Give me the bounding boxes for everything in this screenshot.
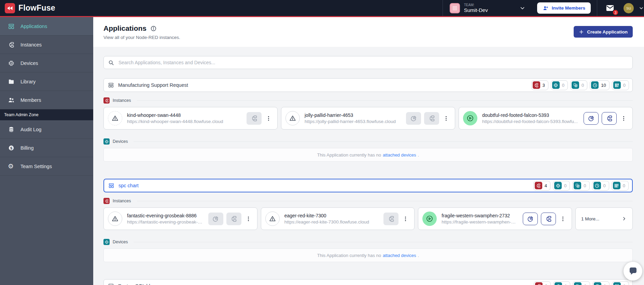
kebab-menu-button[interactable] bbox=[559, 216, 567, 222]
brand[interactable]: FlowFuse bbox=[5, 3, 55, 13]
attached-devices-link[interactable]: attached devices bbox=[383, 253, 416, 258]
application-badges: 1 0 0 0 0 bbox=[534, 281, 629, 285]
create-application-button[interactable]: Create Application bbox=[574, 26, 633, 38]
instances-section-label: Instances bbox=[103, 97, 633, 104]
sidebar-item-label: Applications bbox=[20, 24, 47, 29]
instance-url: https://doubtful-red-footed-falcon-5393.… bbox=[482, 119, 579, 124]
devices-icon bbox=[103, 239, 110, 245]
open-editor-button[interactable] bbox=[247, 112, 262, 125]
instance-name: kind-whooper-swan-4448 bbox=[127, 112, 242, 118]
devices-empty-period: . bbox=[418, 253, 419, 258]
search-bar bbox=[103, 56, 633, 69]
application-instances-badge[interactable]: 3 bbox=[531, 80, 548, 90]
team-admin-zone-label: Team Admin Zone bbox=[0, 109, 93, 120]
attached-devices-link[interactable]: attached devices bbox=[383, 152, 416, 158]
library-icon bbox=[8, 78, 15, 85]
pipelines-icon bbox=[613, 182, 620, 189]
user-avatar[interactable]: su bbox=[624, 3, 634, 13]
section-divider bbox=[137, 201, 633, 201]
devices-empty-state: This Application currently has no attach… bbox=[103, 248, 633, 262]
badge-count: 0 bbox=[564, 183, 566, 188]
instance-actions bbox=[406, 112, 450, 125]
badge-count: 3 bbox=[543, 83, 545, 88]
application-clock-badge[interactable]: 0 bbox=[592, 281, 610, 285]
sidebar-item-library[interactable]: Library bbox=[0, 72, 93, 91]
open-editor-button[interactable] bbox=[383, 213, 398, 225]
sidebar-item-devices[interactable]: Devices bbox=[0, 54, 93, 72]
instance-card[interactable]: eager-red-kite-7300 https://eager-red-ki… bbox=[261, 207, 415, 230]
devices-empty-period: . bbox=[418, 152, 419, 158]
application-instances-badge[interactable]: 4 bbox=[533, 181, 550, 191]
instance-card[interactable]: doubtful-red-footed-falcon-5393 https://… bbox=[459, 107, 633, 130]
sidebar-item-team-settings[interactable]: ⚙Team Settings bbox=[0, 157, 93, 176]
application-instances-badge[interactable]: 1 bbox=[534, 281, 551, 285]
application-device-group-badge[interactable]: 0 bbox=[570, 80, 587, 90]
instances-icon bbox=[535, 282, 543, 285]
open-editor-button[interactable] bbox=[541, 213, 556, 225]
instance-card[interactable]: jolly-pallid-harrier-4653 https://jolly-… bbox=[281, 107, 455, 130]
application-block: spc chart 4 0 0 0 0 Instances bbox=[103, 179, 633, 262]
device-group-icon bbox=[574, 182, 581, 189]
badge-count: 0 bbox=[623, 284, 626, 285]
sidebar-item-audit-log[interactable]: Audit Log bbox=[0, 120, 93, 139]
instance-card[interactable]: fragile-western-swamphen-2732 https://fr… bbox=[418, 207, 572, 230]
application-title: PostgreSQL blogs app bbox=[108, 283, 168, 285]
devices-empty-state: This Application currently has no attach… bbox=[103, 148, 633, 162]
application-header[interactable]: Manufacturing Support Request 3 0 0 10 0 bbox=[103, 78, 633, 92]
open-dashboard-button[interactable] bbox=[406, 112, 421, 125]
application-pipelines-badge[interactable]: 0 bbox=[612, 181, 629, 191]
application-clock-badge[interactable]: 0 bbox=[592, 181, 609, 191]
sidebar-item-applications[interactable]: Applications bbox=[0, 17, 93, 36]
badge-count: 0 bbox=[623, 83, 626, 88]
instances-icon bbox=[103, 97, 110, 104]
open-dashboard-button[interactable] bbox=[584, 112, 599, 125]
application-devices-badge[interactable]: 0 bbox=[553, 181, 570, 191]
instances-row: fantastic-evening-grosbeak-8886 https://… bbox=[103, 207, 633, 230]
application-clock-badge[interactable]: 10 bbox=[590, 80, 609, 90]
open-editor-button[interactable] bbox=[226, 213, 241, 225]
instance-card[interactable]: kind-whooper-swan-4448 https://kind-whoo… bbox=[103, 107, 278, 130]
open-dashboard-button[interactable] bbox=[523, 213, 538, 225]
application-pipelines-badge[interactable]: 0 bbox=[612, 80, 629, 90]
application-devices-badge[interactable]: 0 bbox=[553, 281, 570, 285]
open-editor-button[interactable] bbox=[424, 112, 439, 125]
kebab-menu-button[interactable] bbox=[244, 216, 252, 222]
sidebar-item-instances[interactable]: Instances bbox=[0, 36, 93, 54]
sidebar-item-billing[interactable]: $Billing bbox=[0, 139, 93, 157]
kebab-menu-button[interactable] bbox=[620, 115, 628, 122]
search-input[interactable] bbox=[118, 59, 628, 66]
chat-widget-button[interactable] bbox=[624, 262, 642, 281]
badge-count: 0 bbox=[604, 284, 606, 285]
application-pipelines-badge[interactable]: 0 bbox=[612, 281, 629, 285]
instance-actions bbox=[523, 213, 567, 225]
page-header: Applications View all of your Node-RED i… bbox=[93, 17, 644, 47]
application-device-group-badge[interactable]: 0 bbox=[573, 281, 590, 285]
application-device-group-badge[interactable]: 0 bbox=[572, 181, 589, 191]
kebab-menu-button[interactable] bbox=[402, 216, 409, 222]
team-selector[interactable]: TEAM: Sumit-Dev bbox=[443, 0, 531, 16]
instance-info: fragile-western-swamphen-2732 https://fr… bbox=[442, 213, 518, 225]
clock-icon bbox=[594, 282, 601, 285]
invite-members-button[interactable]: Invite Members bbox=[537, 2, 591, 14]
status-warning-icon bbox=[108, 212, 122, 226]
application-badges: 3 0 0 10 0 bbox=[531, 80, 629, 90]
application-devices-badge[interactable]: 0 bbox=[551, 80, 568, 90]
kebab-menu-button[interactable] bbox=[442, 115, 450, 122]
kebab-menu-button[interactable] bbox=[265, 115, 272, 122]
sidebar-item-members[interactable]: Members bbox=[0, 91, 93, 109]
instance-info: fantastic-evening-grosbeak-8886 https://… bbox=[127, 213, 204, 225]
open-dashboard-button[interactable] bbox=[208, 213, 223, 225]
application-header[interactable]: spc chart 4 0 0 0 0 bbox=[103, 179, 633, 192]
clock-icon bbox=[593, 182, 601, 189]
badge-count: 0 bbox=[564, 284, 567, 285]
instances-icon bbox=[533, 81, 540, 89]
open-editor-button[interactable] bbox=[602, 112, 617, 125]
info-icon[interactable] bbox=[150, 25, 157, 32]
chevron-down-icon[interactable] bbox=[639, 5, 644, 11]
application-header[interactable]: PostgreSQL blogs app 1 0 0 0 0 bbox=[103, 279, 633, 285]
more-instances-card[interactable]: 1 More... bbox=[575, 207, 633, 230]
notifications-button[interactable]: 3 bbox=[597, 3, 624, 13]
instance-card[interactable]: fantastic-evening-grosbeak-8886 https://… bbox=[103, 207, 257, 230]
section-divider bbox=[134, 141, 633, 142]
instance-url: https://jolly-pallid-harrier-4653.flowfu… bbox=[305, 119, 401, 124]
